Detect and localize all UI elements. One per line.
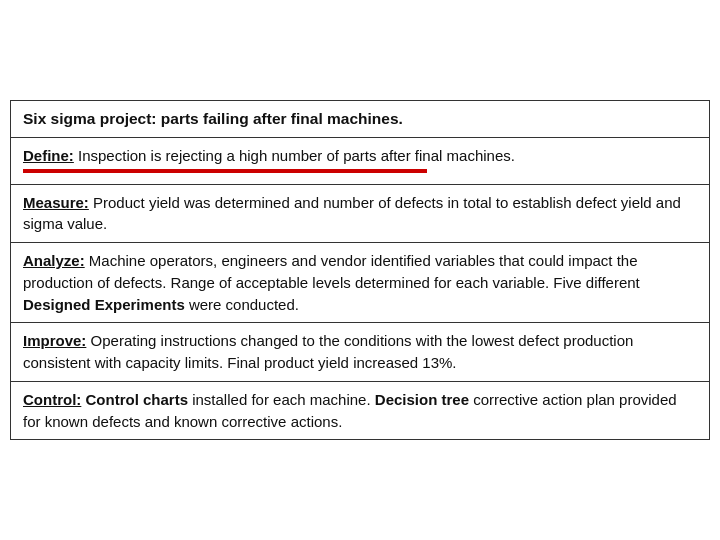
improve-row: Improve: Operating instructions changed …: [11, 323, 709, 382]
improve-label: Improve:: [23, 332, 86, 349]
decision-tree-bold: Decision tree: [375, 391, 469, 408]
highlight-bar: [23, 169, 427, 173]
title-text: Six sigma project: parts failing after f…: [23, 110, 403, 127]
define-text: Inspection is rejecting a high number of…: [78, 147, 515, 164]
title-row: Six sigma project: parts failing after f…: [11, 101, 709, 138]
analyze-bold: Designed Experiments: [23, 296, 185, 313]
analyze-label: Analyze:: [23, 252, 85, 269]
control-row: Control: Control charts installed for ea…: [11, 382, 709, 440]
analyze-text-2: were conducted.: [185, 296, 299, 313]
define-row: Define: Inspection is rejecting a high n…: [11, 138, 709, 185]
control-charts-bold: Control charts: [86, 391, 189, 408]
six-sigma-card: Six sigma project: parts failing after f…: [10, 100, 710, 441]
measure-label: Measure:: [23, 194, 89, 211]
control-label: Control:: [23, 391, 81, 408]
measure-row: Measure: Product yield was determined an…: [11, 185, 709, 244]
analyze-row: Analyze: Machine operators, engineers an…: [11, 243, 709, 323]
control-text-2: installed for each machine.: [188, 391, 375, 408]
measure-text: Product yield was determined and number …: [23, 194, 681, 233]
define-label: Define:: [23, 147, 74, 164]
improve-text: Operating instructions changed to the co…: [23, 332, 633, 371]
analyze-text-1: Machine operators, engineers and vendor …: [23, 252, 640, 291]
